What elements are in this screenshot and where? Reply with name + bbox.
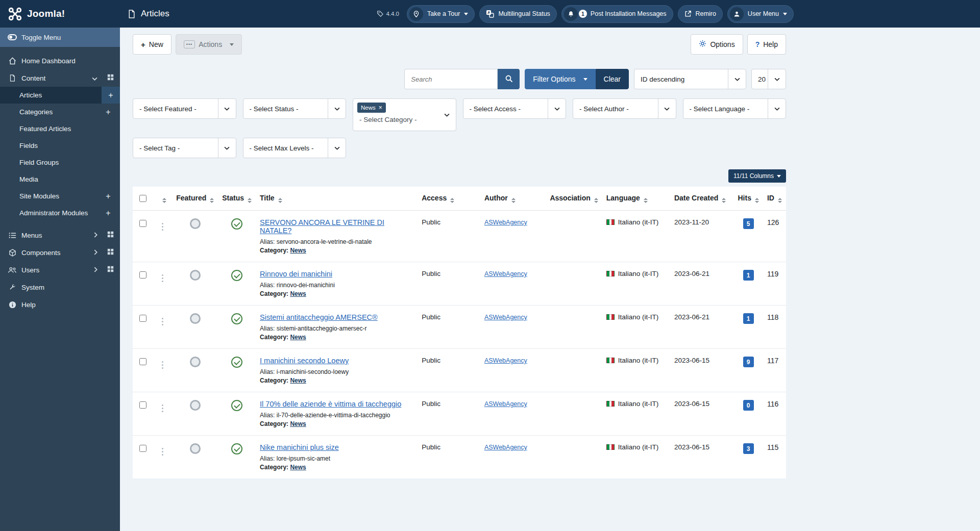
category-link[interactable]: News [290, 247, 306, 254]
sidebar-item-help[interactable]: Help [0, 296, 120, 313]
status-column-header[interactable]: Status [218, 187, 256, 211]
featured-toggle-icon[interactable] [190, 443, 201, 454]
options-button[interactable]: Options [691, 34, 743, 55]
site-preview-button[interactable]: Remiro [678, 5, 723, 23]
add-article-button[interactable]: + [102, 87, 120, 104]
drag-handle-icon[interactable] [162, 361, 163, 363]
row-checkbox[interactable] [139, 271, 146, 279]
sidebar-item-system[interactable]: System [0, 279, 120, 296]
featured-toggle-icon[interactable] [190, 313, 201, 324]
status-published-icon[interactable] [231, 443, 242, 454]
toggle-menu-button[interactable]: Toggle Menu [0, 28, 120, 47]
id-column-header[interactable]: ID [763, 187, 786, 211]
sidebar-item-administrator-modules[interactable]: Administrator Modules + [0, 205, 120, 221]
page-size-select[interactable]: 20 [751, 69, 786, 89]
featured-toggle-icon[interactable] [190, 218, 201, 229]
category-link[interactable]: News [290, 464, 306, 471]
article-title-link[interactable]: Sistemi antitaccheggio AMERSEC® [260, 313, 378, 321]
new-button[interactable]: + New [133, 34, 172, 55]
status-published-icon[interactable] [231, 400, 242, 411]
article-title-link[interactable]: I manichini secondo Loewy [260, 357, 349, 365]
status-published-icon[interactable] [231, 357, 242, 368]
filter-options-button[interactable]: Filter Options [525, 69, 595, 89]
menus-dashboard-grid-icon[interactable] [107, 231, 114, 239]
article-title-link[interactable]: Il 70% delle aziende è vittima di tacche… [260, 400, 401, 408]
language-column-header[interactable]: Language [602, 187, 670, 211]
select-category[interactable]: News × - Select Category - [353, 98, 456, 131]
sidebar-item-articles[interactable]: Articles + [0, 87, 120, 104]
title-column-header[interactable]: Title [256, 187, 418, 211]
sidebar-item-featured-articles[interactable]: Featured Articles [0, 120, 120, 137]
category-link[interactable]: News [290, 290, 306, 297]
featured-toggle-icon[interactable] [190, 357, 201, 367]
users-dashboard-grid-icon[interactable] [107, 266, 114, 274]
date-created-column-header[interactable]: Date Created [670, 187, 734, 211]
drag-handle-icon[interactable] [162, 448, 163, 449]
drag-handle-icon[interactable] [162, 274, 163, 276]
category-link[interactable]: News [290, 334, 306, 341]
drag-handle-icon[interactable] [162, 318, 163, 319]
content-dashboard-grid-icon[interactable] [107, 74, 114, 82]
post-installation-messages-button[interactable]: 1 Post Installation Messages [561, 5, 673, 23]
sidebar-item-field-groups[interactable]: Field Groups [0, 154, 120, 171]
sidebar-item-components[interactable]: Components [0, 244, 120, 261]
author-link[interactable]: ASWebAgency [484, 219, 527, 226]
columns-selector-button[interactable]: 11/11 Columns [728, 169, 786, 183]
drag-handle-icon[interactable] [162, 404, 163, 406]
sidebar-item-media[interactable]: Media [0, 171, 120, 188]
featured-toggle-icon[interactable] [190, 270, 201, 281]
hits-column-header[interactable]: Hits [733, 187, 763, 211]
chip-remove-icon[interactable]: × [379, 104, 382, 111]
category-link[interactable]: News [290, 420, 306, 427]
select-max-levels[interactable]: - Select Max Levels - [243, 138, 347, 158]
sidebar-item-categories[interactable]: Categories + [0, 104, 120, 120]
row-checkbox[interactable] [139, 445, 146, 452]
select-author[interactable]: - Select Author - [573, 98, 676, 119]
article-title-link[interactable]: SERVONO ANCORA LE VETRINE DI NATALE? [260, 218, 384, 235]
author-link[interactable]: ASWebAgency [484, 314, 527, 321]
status-published-icon[interactable] [231, 270, 242, 281]
row-checkbox[interactable] [139, 315, 146, 322]
featured-column-header[interactable]: Featured [172, 187, 218, 211]
select-featured[interactable]: - Select Featured - [133, 98, 236, 119]
sidebar-item-site-modules[interactable]: Site Modules + [0, 188, 120, 205]
order-column-header[interactable] [153, 187, 173, 211]
author-link[interactable]: ASWebAgency [484, 400, 527, 408]
status-published-icon[interactable] [231, 313, 242, 324]
select-all-checkbox[interactable] [139, 195, 146, 202]
search-input[interactable] [404, 69, 498, 89]
row-checkbox[interactable] [139, 358, 146, 365]
row-checkbox[interactable] [139, 220, 146, 227]
row-checkbox[interactable] [139, 401, 146, 409]
association-column-header[interactable]: Association [546, 187, 602, 211]
sort-order-select[interactable]: ID descending [634, 69, 746, 89]
sidebar-item-fields[interactable]: Fields [0, 137, 120, 154]
access-column-header[interactable]: Access [418, 187, 480, 211]
article-title-link[interactable]: Nike manichini plus size [260, 443, 339, 451]
take-a-tour-button[interactable]: Take a Tour [407, 5, 475, 23]
actions-button[interactable]: ••• Actions [176, 34, 242, 55]
article-title-link[interactable]: Rinnovo dei manichini [260, 270, 332, 278]
search-button[interactable] [498, 69, 520, 89]
select-status[interactable]: - Select Status - [243, 98, 347, 119]
featured-toggle-icon[interactable] [190, 400, 201, 411]
select-language[interactable]: - Select Language - [683, 98, 787, 119]
components-dashboard-grid-icon[interactable] [107, 248, 114, 257]
multilingual-status-button[interactable]: A Multilingual Status [479, 5, 556, 23]
select-access[interactable]: - Select Access - [463, 98, 567, 119]
drag-handle-icon[interactable] [162, 223, 163, 224]
sidebar-item-content[interactable]: Content [0, 69, 120, 87]
sidebar-item-home-dashboard[interactable]: Home Dashboard [0, 52, 120, 69]
author-link[interactable]: ASWebAgency [484, 444, 527, 451]
author-link[interactable]: ASWebAgency [484, 357, 527, 364]
author-column-header[interactable]: Author [480, 187, 546, 211]
category-link[interactable]: News [290, 377, 306, 384]
clear-button[interactable]: Clear [596, 69, 629, 89]
help-button[interactable]: ? Help [747, 34, 786, 55]
sidebar-item-users[interactable]: Users [0, 261, 120, 279]
sidebar-item-menus[interactable]: Menus [0, 226, 120, 244]
user-menu-button[interactable]: User Menu [727, 5, 794, 23]
add-category-button[interactable]: + [103, 108, 114, 117]
add-admin-module-button[interactable]: + [103, 209, 114, 218]
add-site-module-button[interactable]: + [103, 192, 114, 201]
